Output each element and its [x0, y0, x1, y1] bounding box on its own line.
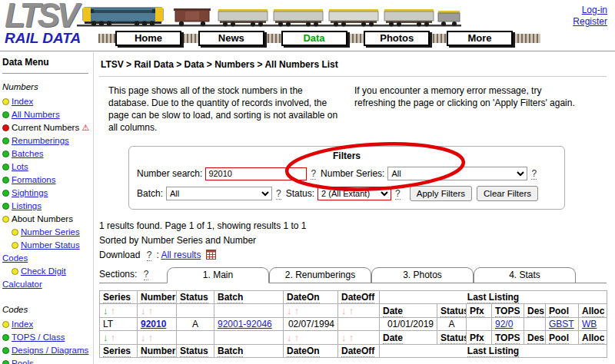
sort-desc-icon[interactable]: ↓: [103, 305, 108, 316]
nav-data-button[interactable]: Data: [281, 31, 347, 46]
sort-cell-batch: [214, 304, 284, 318]
tab-photos[interactable]: 3. Photos: [371, 267, 474, 283]
help-icon[interactable]: ?: [276, 188, 281, 200]
sort-desc-icon[interactable]: ↓: [141, 332, 146, 343]
sort-cell-status: [177, 304, 214, 318]
tab-renumberings[interactable]: 2. Renumberings: [269, 267, 371, 283]
sort-desc-icon[interactable]: ↓: [341, 332, 347, 343]
sort-cell-status: [177, 331, 214, 345]
table-sort-row-bottom: ↓ ↑ ↓ ↑ ↓ ↑ ↓ ↑ Date Status Pfx TOPS Des…: [100, 331, 607, 345]
sidebar-item-number-series[interactable]: Number Series: [2, 226, 93, 239]
sort-desc-icon[interactable]: ↓: [287, 332, 292, 343]
sidebar-item-lots[interactable]: Lots: [2, 160, 93, 174]
download-all-results-link[interactable]: All results: [161, 250, 201, 260]
sidebar-divider: [2, 73, 88, 74]
sort-desc-icon[interactable]: ↓: [287, 305, 292, 316]
sort-asc-icon[interactable]: ↑: [349, 332, 354, 343]
number-link[interactable]: 92010: [141, 319, 166, 329]
batch-link[interactable]: 92001-92046: [218, 319, 272, 329]
green-status-dot: [2, 347, 9, 354]
sort-desc-icon[interactable]: ↓: [341, 305, 347, 316]
status-select[interactable]: 2 (All Extant): [317, 187, 391, 200]
sidebar-item-check-digit-calculator[interactable]: Check Digit Calculator: [2, 265, 93, 291]
batch-select[interactable]: All: [166, 187, 272, 200]
help-icon[interactable]: ?: [531, 168, 537, 180]
login-link[interactable]: Log-in: [582, 5, 607, 15]
col-header-series: Series: [100, 345, 138, 358]
sidebar-item-batches[interactable]: Batches: [2, 147, 93, 160]
sidebar-item-listings[interactable]: Listings: [2, 200, 93, 213]
batch-label: Batch:: [137, 188, 163, 199]
intro-text: This page shows all of the stock numbers…: [99, 84, 615, 134]
green-status-dot: [2, 360, 9, 364]
apply-filters-button[interactable]: Apply Filters: [410, 186, 472, 201]
cell-ll-tops: 92/0: [492, 318, 524, 331]
sidebar-item-current-numbers: Current Numbers ⚠: [2, 121, 93, 134]
help-icon[interactable]: ?: [144, 269, 149, 280]
number-series-select[interactable]: All: [387, 167, 527, 180]
spreadsheet-file-icon: [206, 250, 216, 260]
clear-filters-button[interactable]: Clear Filters: [477, 186, 538, 201]
pool-link[interactable]: GBST: [549, 319, 574, 329]
subcol-header-alloc: Alloc: [579, 304, 607, 318]
help-icon[interactable]: ?: [311, 168, 316, 180]
sort-cell-series: ↓ ↑: [100, 304, 138, 318]
green-status-dot: [2, 151, 9, 157]
alloc-link[interactable]: WB: [582, 319, 597, 329]
green-status-dot: [2, 203, 9, 210]
tab-stats[interactable]: 4. Stats: [474, 267, 576, 283]
sort-cell-series: ↓ ↑: [100, 331, 138, 345]
sort-asc-icon[interactable]: ↑: [111, 332, 116, 343]
sidebar-item-tops-class[interactable]: TOPS / Class: [2, 331, 93, 344]
cell-number: 92010: [138, 318, 177, 331]
col-header-series: Series: [100, 291, 138, 304]
sidebar-item-all-numbers[interactable]: All Numbers: [2, 108, 93, 121]
sort-cell-dateoff: ↓ ↑: [338, 331, 380, 345]
sidebar-item-number-status-codes[interactable]: Number Status Codes: [2, 239, 93, 265]
sidebar-item-codes-index[interactable]: Index: [2, 318, 93, 331]
sidebar-item-pools[interactable]: Pools: [2, 357, 93, 364]
download-separator: :: [156, 250, 158, 260]
help-icon[interactable]: ?: [395, 188, 401, 200]
col-header-status: Status: [177, 345, 214, 358]
sort-desc-icon[interactable]: ↓: [103, 332, 108, 343]
yellow-status-dot: [12, 268, 18, 275]
sort-asc-icon[interactable]: ↑: [349, 305, 354, 316]
help-icon[interactable]: ?: [147, 250, 152, 261]
yellow-status-dot: [2, 98, 9, 105]
subcol-header-pool: Pool: [546, 331, 579, 345]
tops-link[interactable]: 92/0: [495, 319, 513, 329]
nav-photos-button[interactable]: Photos: [364, 31, 430, 46]
sidebar-item-renumberings[interactable]: Renumberings: [2, 134, 93, 147]
number-search-input[interactable]: [205, 167, 307, 180]
sort-asc-icon[interactable]: ↑: [111, 305, 116, 316]
number-search-label: Number search:: [137, 168, 202, 179]
sidebar-item-formations[interactable]: Formations: [2, 174, 93, 187]
sort-asc-icon[interactable]: ↑: [294, 332, 300, 343]
nav-home-button[interactable]: Home: [115, 31, 181, 46]
sort-desc-icon[interactable]: ↓: [141, 305, 146, 316]
sidebar-spacer: [2, 291, 93, 302]
results-summary: 1 results found. Page 1 of 1, showing re…: [99, 219, 615, 233]
sidebar-item-sightings[interactable]: Sightings: [2, 187, 93, 200]
cell-ll-des: [524, 318, 546, 331]
green-status-dot: [2, 111, 9, 118]
status-label: Status:: [286, 188, 314, 199]
col-header-dateon: DateOn: [284, 345, 338, 358]
subcol-header-des: Des: [524, 304, 546, 318]
cell-dateon: 02/07/1994: [284, 318, 338, 331]
sort-asc-icon[interactable]: ↑: [294, 305, 300, 316]
tab-main[interactable]: 1. Main: [167, 267, 269, 283]
subcol-header-pfx: Pfx: [467, 304, 492, 318]
sort-asc-icon[interactable]: ↑: [148, 332, 154, 343]
nav-news-button[interactable]: News: [198, 31, 264, 46]
register-link[interactable]: Register: [573, 16, 607, 27]
nav-more-button[interactable]: More: [447, 31, 513, 46]
col-header-last-listing: Last Listing: [380, 291, 607, 304]
sort-asc-icon[interactable]: ↑: [148, 305, 154, 316]
data-menu-sidebar: Data Menu Numbers Index All Numbers Curr…: [0, 52, 94, 364]
sidebar-item-index[interactable]: Index: [2, 95, 93, 108]
yellow-status-dot: [12, 229, 18, 236]
sidebar-item-designs-diagrams[interactable]: Designs / Diagrams: [2, 344, 93, 357]
sort-cell-dateon: ↓ ↑: [284, 304, 338, 318]
